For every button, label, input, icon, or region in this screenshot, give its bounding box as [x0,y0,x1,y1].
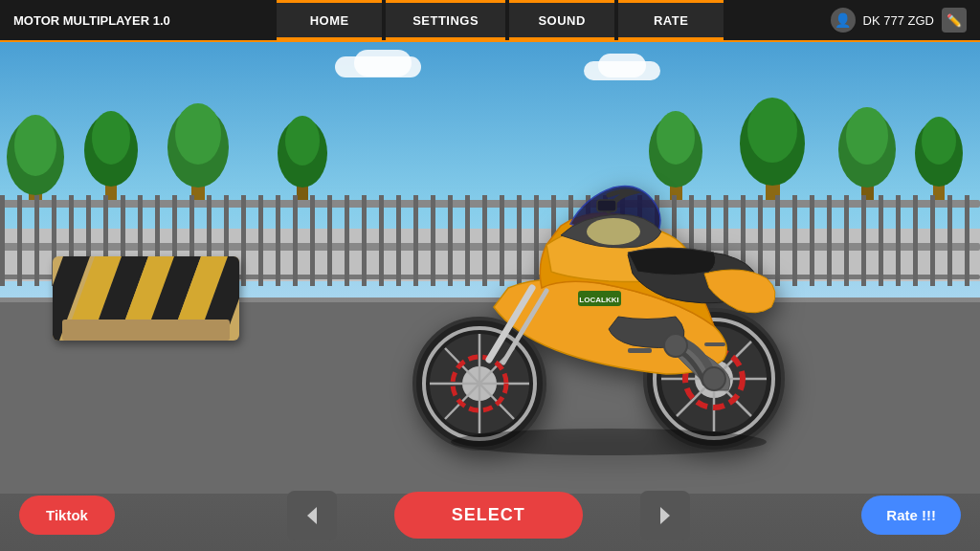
svg-rect-77 [861,195,866,286]
svg-point-103 [587,218,640,245]
cloud-2 [354,50,412,77]
svg-rect-27 [0,195,5,286]
svg-rect-42 [258,195,263,286]
nav-tab-rate[interactable]: RATE [618,0,724,40]
svg-rect-45 [310,195,315,286]
svg-rect-46 [327,195,332,286]
edit-icon[interactable]: ✏️ [942,8,967,33]
svg-rect-111 [704,342,725,346]
game-scene: // This won't execute inside SVG; posts … [0,42,980,551]
svg-point-23 [922,117,956,165]
next-button[interactable] [640,491,690,540]
left-arrow-icon [301,505,323,526]
rate-button[interactable]: Rate !!! [861,496,961,535]
bottom-ui: Tiktok SELECT Rate !!! [0,479,980,551]
svg-rect-80 [913,195,918,286]
user-icon: 👤 [831,8,856,33]
svg-marker-115 [307,507,317,524]
svg-point-114 [451,429,767,455]
svg-point-113 [702,367,725,390]
nav-tab-home[interactable]: HOME [277,0,382,40]
svg-point-5 [92,111,130,165]
nav-tabs: HOME SETTINGS SOUND RATE [184,0,817,40]
topbar: MOTOR MULTIPLAYER 1.0 HOME SETTINGS SOUN… [0,0,980,42]
svg-rect-81 [930,195,935,286]
svg-marker-116 [660,507,670,524]
road-barrier [53,256,239,341]
svg-rect-76 [844,195,849,286]
prev-button[interactable] [287,491,337,540]
username-label: DK 777 ZGD [863,13,934,28]
nav-tab-settings[interactable]: SETTINGS [386,0,505,40]
select-button[interactable]: SELECT [394,492,583,539]
svg-rect-29 [34,195,39,286]
svg-rect-78 [879,195,883,286]
svg-rect-28 [17,195,22,286]
svg-point-2 [14,115,56,176]
svg-rect-83 [965,195,969,286]
nav-tab-sound[interactable]: SOUND [509,0,614,40]
svg-rect-110 [628,348,652,353]
cloud-4 [598,54,646,77]
user-info: 👤 DK 777 ZGD ✏️ [817,8,980,33]
svg-point-112 [664,334,687,357]
svg-point-20 [846,107,888,165]
svg-text:LOCALKKI: LOCALKKI [579,296,618,304]
motorcycle: LOCALKKI [341,140,838,455]
svg-point-11 [285,116,320,165]
game-title: MOTOR MULTIPLAYER 1.0 [0,13,184,28]
nav-arrows: SELECT [287,491,690,540]
svg-rect-109 [597,200,616,211]
svg-point-8 [175,103,221,165]
svg-rect-44 [293,195,298,286]
svg-rect-41 [241,195,246,286]
svg-rect-79 [896,195,901,286]
right-arrow-icon [655,505,676,526]
svg-rect-43 [276,195,280,286]
tiktok-button[interactable]: Tiktok [19,496,115,535]
svg-rect-82 [947,195,952,286]
